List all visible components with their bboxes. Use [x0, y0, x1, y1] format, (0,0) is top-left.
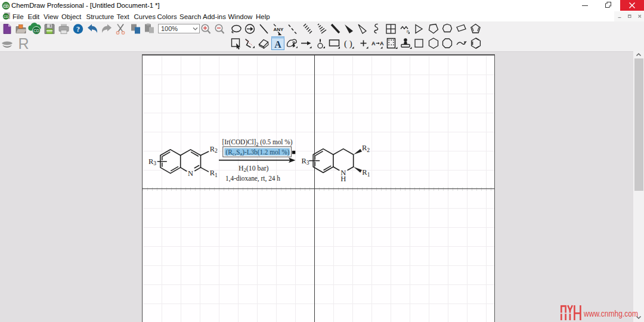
svg-text:R3: R3	[148, 157, 156, 167]
svg-text:R1: R1	[210, 169, 218, 178]
svg-text:R2: R2	[362, 144, 370, 153]
svg-text:H2(10 bar): H2(10 bar)	[239, 164, 269, 174]
svg-text:[Ir(COD)Cl]2 (0.5 mol %): [Ir(COD)Cl]2 (0.5 mol %)	[222, 138, 292, 147]
svg-text:H: H	[340, 175, 346, 183]
svg-text:N: N	[188, 169, 193, 178]
svg-text:1,4-dioxane, rt, 24 h: 1,4-dioxane, rt, 24 h	[225, 174, 280, 182]
svg-text:R1: R1	[362, 168, 370, 178]
svg-text:R2: R2	[210, 145, 218, 154]
svg-text:(Rc,Sa)-L3b(1.2 mol %): (Rc,Sa)-L3b(1.2 mol %)	[226, 148, 290, 157]
svg-text:R3: R3	[302, 157, 309, 166]
svg-text:www.cnmhg.com: www.cnmhg.com	[583, 308, 638, 318]
